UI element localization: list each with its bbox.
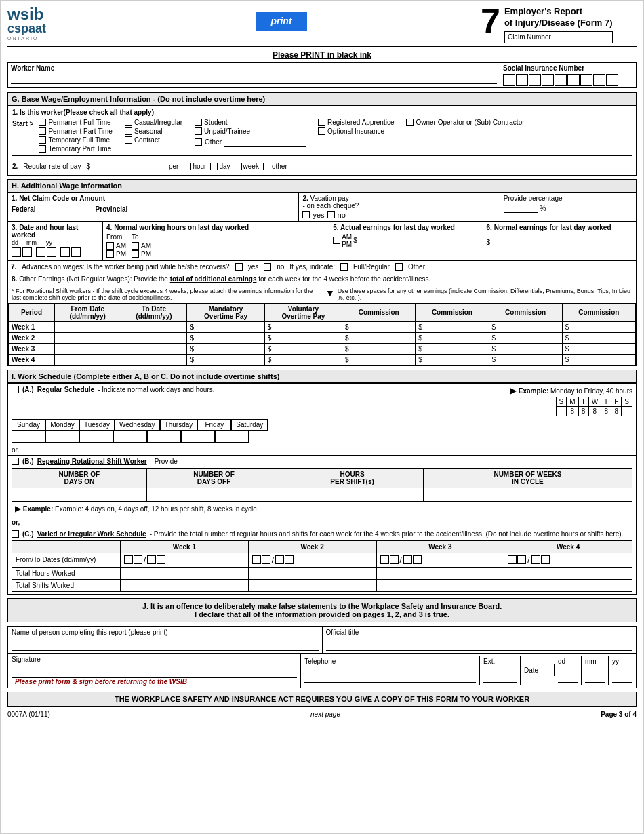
date-yy-1[interactable] bbox=[60, 247, 70, 257]
date-yy-2[interactable] bbox=[71, 247, 81, 257]
week4-comm1[interactable]: $ bbox=[342, 354, 416, 365]
cb-box-reg-app[interactable] bbox=[318, 119, 325, 126]
vd-w1-2[interactable] bbox=[134, 555, 142, 564]
from-am-row[interactable]: AM bbox=[106, 242, 126, 250]
week1-comm3[interactable]: $ bbox=[489, 321, 562, 332]
vd-w4-1[interactable] bbox=[508, 555, 517, 564]
pct-field[interactable] bbox=[504, 203, 538, 213]
other-text-field[interactable] bbox=[224, 138, 306, 147]
week4-to[interactable] bbox=[121, 354, 187, 365]
cb-box-casual[interactable] bbox=[125, 119, 132, 126]
cb-other-adv[interactable] bbox=[395, 263, 403, 271]
week2-voluntary[interactable]: $ bbox=[264, 332, 342, 343]
sig-name-field[interactable] bbox=[12, 640, 319, 651]
pay-hour[interactable]: hour bbox=[184, 163, 206, 170]
cb-permanent-full[interactable]: Permanent Full Time bbox=[39, 119, 112, 126]
sig-phone-field[interactable] bbox=[304, 672, 476, 683]
cb-vac-yes[interactable] bbox=[302, 211, 310, 218]
vd-w4-3[interactable] bbox=[531, 555, 540, 564]
other-pay-field[interactable] bbox=[293, 161, 632, 172]
week2-comm2[interactable]: $ bbox=[416, 332, 489, 343]
week2-comm4[interactable]: $ bbox=[562, 332, 635, 343]
cb-box-seasonal[interactable] bbox=[125, 127, 132, 135]
cb-box-ppt[interactable] bbox=[39, 127, 46, 135]
cb-permanent-part[interactable]: Permanent Part Time bbox=[39, 127, 112, 135]
total-hours-w4[interactable] bbox=[504, 567, 632, 579]
print-button[interactable]: print bbox=[256, 12, 306, 31]
sig-signature-field[interactable] bbox=[12, 667, 297, 678]
cb-from-pm[interactable] bbox=[106, 250, 114, 258]
week4-comm2[interactable]: $ bbox=[416, 354, 489, 365]
cb-adv-yes[interactable] bbox=[235, 263, 243, 271]
vd-w3-2[interactable] bbox=[390, 555, 399, 564]
date-dd-1[interactable] bbox=[12, 247, 21, 257]
monday-input[interactable] bbox=[45, 431, 79, 443]
total-shifts-w3[interactable] bbox=[376, 579, 504, 591]
sig-ext-field[interactable] bbox=[483, 672, 517, 683]
pay-week[interactable]: week bbox=[235, 163, 259, 170]
week4-mandatory[interactable]: $ bbox=[187, 354, 264, 365]
pay-day[interactable]: day bbox=[210, 163, 230, 170]
week1-comm4[interactable]: $ bbox=[562, 321, 635, 332]
week1-comm1[interactable]: $ bbox=[342, 321, 416, 332]
normal-earnings-field[interactable] bbox=[491, 238, 632, 247]
date-mm-2[interactable] bbox=[47, 247, 56, 257]
hours-per-shift-field[interactable] bbox=[281, 488, 423, 501]
sin-box-9[interactable] bbox=[606, 74, 618, 86]
vd-w1-1[interactable] bbox=[124, 555, 133, 564]
days-on-field[interactable] bbox=[12, 488, 147, 501]
cb-full-regular[interactable] bbox=[340, 263, 348, 271]
cb-student[interactable]: Student bbox=[195, 119, 306, 126]
varied-week1-dates[interactable]: / bbox=[121, 553, 249, 567]
date-dd-2[interactable] bbox=[22, 247, 32, 257]
days-off-field[interactable] bbox=[146, 488, 281, 501]
week3-comm3[interactable]: $ bbox=[489, 343, 562, 354]
cb-seasonal[interactable]: Seasonal bbox=[125, 127, 182, 135]
vd-w4-2[interactable] bbox=[517, 555, 526, 564]
cb-casual[interactable]: Casual/Irregular bbox=[125, 119, 182, 126]
vd-w4-4[interactable] bbox=[541, 555, 550, 564]
cb-box-tpt[interactable] bbox=[39, 145, 46, 153]
cb-week[interactable] bbox=[235, 163, 242, 170]
cb-temp-full[interactable]: Temporary Full Time bbox=[39, 136, 112, 144]
tuesday-input[interactable] bbox=[79, 431, 113, 443]
sin-box-3[interactable] bbox=[529, 74, 541, 86]
total-hours-w1[interactable] bbox=[121, 567, 249, 579]
sin-box-6[interactable] bbox=[567, 74, 580, 86]
week1-from[interactable] bbox=[54, 321, 121, 332]
cb-vac-no[interactable] bbox=[327, 211, 335, 218]
cb-box-pft[interactable] bbox=[39, 119, 46, 126]
week4-voluntary[interactable]: $ bbox=[264, 354, 342, 365]
week3-mandatory[interactable]: $ bbox=[187, 343, 264, 354]
varied-week4-dates[interactable]: / bbox=[504, 553, 632, 567]
cb-owner-operator[interactable]: Owner Operator or (Sub) Contractor bbox=[406, 119, 524, 126]
week4-comm4[interactable]: $ bbox=[562, 354, 635, 365]
week4-comm3[interactable]: $ bbox=[489, 354, 562, 365]
total-shifts-w1[interactable] bbox=[121, 579, 249, 591]
week3-comm4[interactable]: $ bbox=[562, 343, 635, 354]
friday-input[interactable] bbox=[181, 431, 215, 443]
federal-field[interactable] bbox=[39, 205, 86, 214]
cb-box-unpaid[interactable] bbox=[195, 127, 202, 135]
cb-to-pm[interactable] bbox=[132, 250, 139, 258]
to-am-row[interactable]: AM bbox=[132, 242, 151, 250]
total-shifts-w4[interactable] bbox=[504, 579, 632, 591]
vd-w2-3[interactable] bbox=[275, 555, 284, 564]
cb-other-pay[interactable] bbox=[263, 163, 270, 170]
weeks-in-cycle-field[interactable] bbox=[423, 488, 632, 501]
vd-w1-3[interactable] bbox=[147, 555, 156, 564]
total-hours-w2[interactable] bbox=[248, 567, 376, 579]
actual-earnings-field[interactable] bbox=[359, 236, 479, 245]
total-shifts-w2[interactable] bbox=[248, 579, 376, 591]
pay-amount-field[interactable] bbox=[96, 161, 163, 172]
week1-mandatory[interactable]: $ bbox=[187, 321, 264, 332]
week3-to[interactable] bbox=[121, 343, 187, 354]
week3-comm1[interactable]: $ bbox=[342, 343, 416, 354]
cb-sched-c[interactable] bbox=[12, 530, 19, 538]
cb-contract[interactable]: Contract bbox=[125, 136, 182, 144]
week3-comm2[interactable]: $ bbox=[416, 343, 489, 354]
sig-mm-field[interactable] bbox=[585, 672, 605, 683]
cb-box-owner[interactable] bbox=[406, 119, 414, 126]
actual-am[interactable] bbox=[333, 237, 340, 244]
week2-comm3[interactable]: $ bbox=[489, 332, 562, 343]
